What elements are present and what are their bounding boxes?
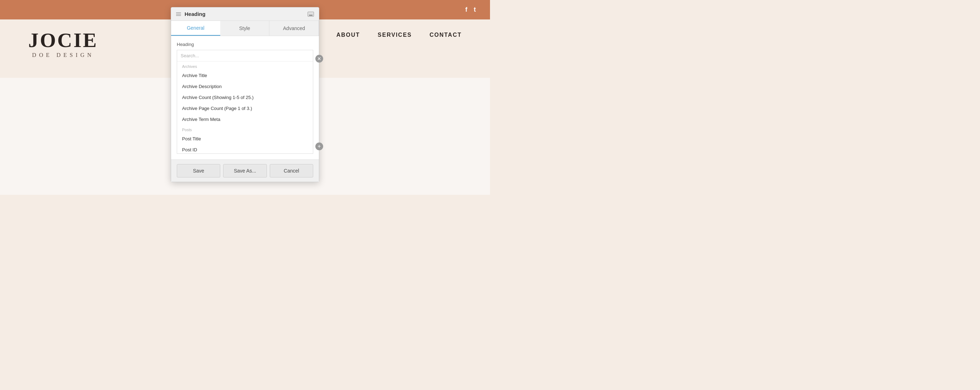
list-item[interactable]: Post ID — [177, 144, 313, 153]
modal-tabs: General Style Advanced — [171, 21, 319, 36]
list-item[interactable]: Archive Page Count (Page 1 of 3.) — [177, 103, 313, 114]
save-button[interactable]: Save — [177, 164, 220, 178]
tab-general[interactable]: General — [171, 21, 220, 36]
tab-style[interactable]: Style — [220, 21, 270, 36]
list-item[interactable]: Post Title — [177, 133, 313, 144]
minimize-button[interactable] — [307, 12, 314, 17]
field-with-buttons: ✕ Archives Archive Title Archive Descrip… — [177, 50, 313, 154]
list-item[interactable]: Archive Title — [177, 70, 313, 81]
modal-footer: Save Save As... Cancel — [171, 159, 319, 182]
cancel-button[interactable]: Cancel — [270, 164, 313, 178]
drag-handle — [176, 13, 181, 16]
group-label-archives: Archives — [177, 62, 313, 70]
save-as-button[interactable]: Save As... — [223, 164, 267, 178]
group-label-posts: Posts — [177, 125, 313, 133]
list-item[interactable]: Archive Term Meta — [177, 114, 313, 125]
modal-titlebar: Heading — [171, 8, 319, 21]
clear-button[interactable]: ✕ — [315, 55, 323, 62]
list-item[interactable]: Archive Count (Showing 1-5 of 25.) — [177, 92, 313, 103]
field-label-heading: Heading — [177, 42, 313, 47]
search-input[interactable] — [179, 52, 311, 60]
dropdown-container: Archives Archive Title Archive Descripti… — [177, 50, 313, 154]
modal-backdrop: Heading General Style Advanced Heading ✕ — [0, 0, 490, 195]
heading-modal: Heading General Style Advanced Heading ✕ — [171, 7, 319, 182]
tab-advanced[interactable]: Advanced — [269, 21, 319, 36]
modal-body: Heading ✕ Archives Archive Title Archiv — [171, 36, 319, 159]
add-button[interactable]: + — [315, 143, 323, 150]
modal-title: Heading — [185, 11, 307, 17]
list-item[interactable]: Archive Description — [177, 81, 313, 92]
dropdown-list: Archives Archive Title Archive Descripti… — [177, 62, 313, 153]
search-row — [177, 50, 313, 62]
